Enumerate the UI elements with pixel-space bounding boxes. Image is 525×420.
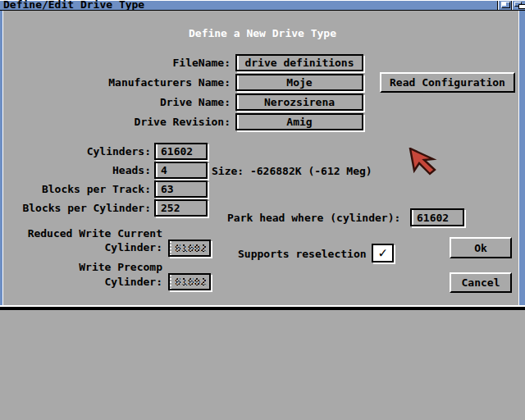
drive-revision-field[interactable]: Amig <box>235 113 363 130</box>
write-precomp-label: Write Precomp <box>8 261 162 273</box>
drive-revision-label: Drive Revision: <box>49 116 231 128</box>
blocks-per-track-label: Blocks per Track: <box>16 183 151 195</box>
mouse-pointer-icon <box>409 148 440 177</box>
window-titlebar[interactable]: Define/Edit Drive Type <box>0 0 525 11</box>
write-precomp-cylinder-label: Cylinder: <box>8 276 162 288</box>
workbench-screen: { "window": { "title": "Define/Edit Driv… <box>0 0 525 420</box>
supports-reselection-label: Supports reselection <box>238 248 367 260</box>
window-border-left <box>0 11 3 305</box>
drive-name-label: Drive Name: <box>49 96 231 108</box>
zoom-icon <box>501 2 510 8</box>
window-border-right <box>518 11 525 305</box>
window-border-bottom <box>0 305 525 310</box>
reduced-write-cylinder-field: 61602 <box>168 240 211 257</box>
cylinders-field[interactable]: 61602 <box>154 143 208 160</box>
reduced-write-current-label: Reduced Write Current <box>8 227 162 240</box>
blocks-per-cylinder-field[interactable]: 252 <box>154 199 208 217</box>
heads-field[interactable]: 4 <box>154 162 208 179</box>
dialog-heading: Define a New Drive Type <box>0 27 525 39</box>
manufacturers-name-field[interactable]: Moje <box>235 74 363 91</box>
blocks-per-cylinder-label: Blocks per Cylinder: <box>16 202 151 214</box>
park-head-field[interactable]: 61602 <box>410 208 464 226</box>
ok-button[interactable]: Ok <box>450 237 512 258</box>
park-head-label: Park head where (cylinder): <box>227 212 400 224</box>
filename-field[interactable]: drive definitions <box>235 54 363 71</box>
drive-type-window: Define/Edit Drive Type Define a New Driv… <box>0 0 525 310</box>
manufacturers-name-label: Manufacturers Name: <box>49 76 231 89</box>
size-text: Size: -626882K (-612 Meg) <box>212 165 372 177</box>
blocks-per-track-field[interactable]: 63 <box>154 180 208 198</box>
write-precomp-cylinder-field: 61602 <box>168 273 211 290</box>
heads-label: Heads: <box>16 164 151 176</box>
depth-icon <box>514 2 525 9</box>
filename-label: FileName: <box>49 57 231 69</box>
cylinders-label: Cylinders: <box>16 145 151 158</box>
reduced-write-cylinder-label: Cylinder: <box>8 241 162 253</box>
supports-reselection-checkbox[interactable]: ✓ <box>372 244 394 262</box>
window-title: Define/Edit Drive Type <box>3 0 144 10</box>
zoom-gadget[interactable] <box>497 1 511 10</box>
depth-gadget[interactable] <box>511 1 525 10</box>
drive-name-field[interactable]: Nerozsirena <box>235 94 363 111</box>
cancel-button[interactable]: Cancel <box>450 272 512 293</box>
read-configuration-button[interactable]: Read Configuration <box>380 72 515 93</box>
checkmark-icon: ✓ <box>378 246 386 260</box>
